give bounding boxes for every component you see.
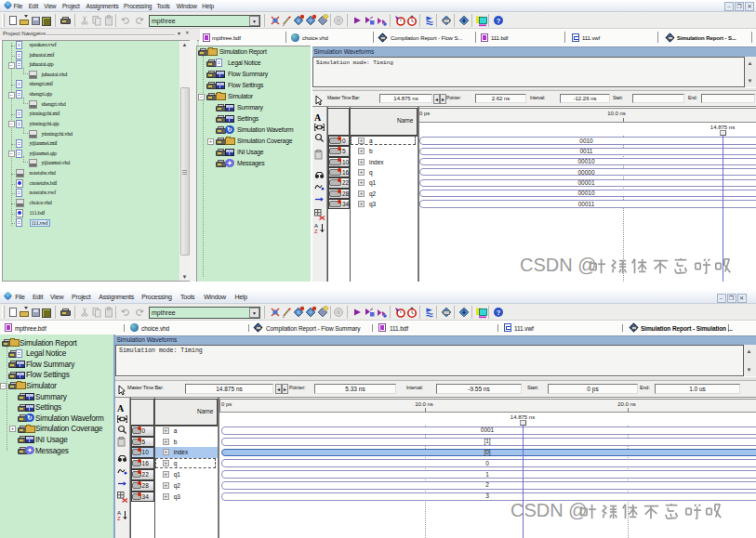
svg-text:?: ? xyxy=(497,17,501,25)
svg-text:A: A xyxy=(314,223,318,229)
svg-text:Z: Z xyxy=(314,229,318,233)
svg-text:Z: Z xyxy=(117,516,121,520)
svg-text:A: A xyxy=(117,510,121,516)
svg-text:?: ? xyxy=(497,308,501,317)
